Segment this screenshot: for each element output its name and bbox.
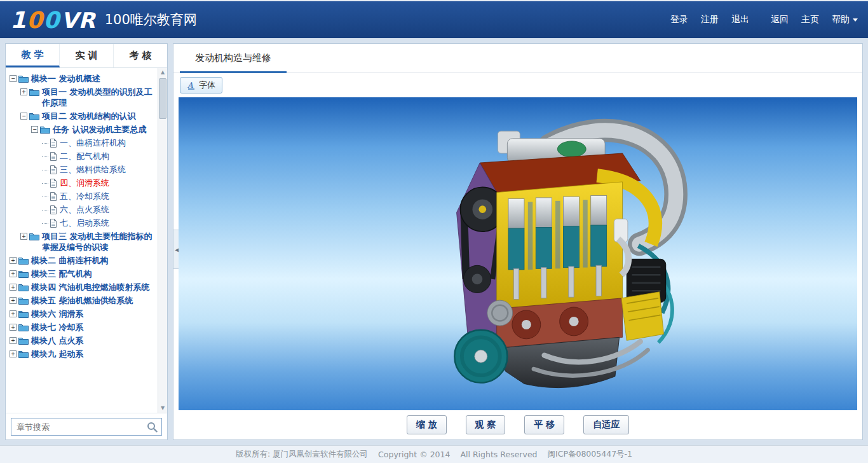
- back-link[interactable]: 返回: [771, 14, 789, 25]
- plus-toggle[interactable]: +: [10, 257, 17, 264]
- course-tree-wrap: −模块一 发动机概述+项目一 发动机类型的识别及工作原理−项目二 发动机结构的认…: [6, 68, 167, 413]
- tree-item-label[interactable]: 二、配气机构: [60, 151, 154, 162]
- chapter-search-row: [6, 413, 167, 439]
- logout-link[interactable]: 退出: [731, 14, 749, 25]
- tree-item[interactable]: 六、点火系统: [8, 203, 154, 216]
- tree-item[interactable]: 七、启动系统: [8, 216, 154, 230]
- chapter-search-input[interactable]: [11, 418, 162, 436]
- tree-item-label[interactable]: 七、启动系统: [60, 218, 154, 228]
- tree-item-label[interactable]: 六、点火系统: [60, 204, 154, 215]
- zoom-button[interactable]: 缩 放: [407, 415, 447, 434]
- main-title-bar: 发动机构造与维修: [173, 44, 862, 73]
- tree-item-label[interactable]: 项目二 发动机结构的认识: [42, 111, 154, 121]
- folder-icon: [29, 88, 39, 96]
- tab-assess[interactable]: 考 核: [114, 44, 167, 67]
- tree-item[interactable]: 二、配气机构: [8, 149, 154, 163]
- tree-item[interactable]: +模块五 柴油机燃油供给系统: [8, 294, 154, 307]
- tree-item[interactable]: +项目三 发动机主要性能指标的掌握及编号的识读: [8, 230, 154, 254]
- tree-item[interactable]: 五、冷却系统: [8, 190, 154, 203]
- logo-part: 0: [27, 7, 43, 33]
- observe-button[interactable]: 观 察: [466, 415, 506, 434]
- engine-3d-viewport[interactable]: [179, 97, 857, 410]
- tree-item[interactable]: +模块八 点火系: [8, 334, 154, 347]
- doc-icon: [50, 165, 57, 174]
- tab-teaching[interactable]: 教 学: [6, 44, 60, 67]
- tree-item-label[interactable]: 三、燃料供给系统: [60, 164, 154, 175]
- login-link[interactable]: 登录: [670, 14, 688, 25]
- logo-part: 1: [10, 7, 27, 33]
- scrollbar-up-button[interactable]: ▲: [158, 68, 167, 77]
- home-link[interactable]: 主页: [801, 14, 819, 25]
- doc-icon: [50, 139, 57, 148]
- tree-scrollbar[interactable]: ▲ ▼: [158, 68, 167, 413]
- tree-item-label[interactable]: 四、润滑系统: [60, 177, 154, 188]
- header-links: 登录 注册 退出 返回 主页 帮助: [658, 14, 858, 25]
- folder-icon: [29, 232, 39, 240]
- tab-practice[interactable]: 实 训: [60, 44, 114, 67]
- tree-item[interactable]: 一、曲柄连杆机构: [8, 136, 154, 149]
- tree-item-label[interactable]: 模块九 起动系: [31, 349, 154, 359]
- folder-icon: [29, 112, 39, 120]
- tree-item[interactable]: 四、润滑系统: [8, 176, 154, 190]
- scrollbar-thumb[interactable]: [159, 78, 166, 119]
- course-tree: −模块一 发动机概述+项目一 发动机类型的识别及工作原理−项目二 发动机结构的认…: [8, 72, 154, 361]
- plus-toggle[interactable]: +: [10, 350, 17, 357]
- folder-icon: [18, 283, 29, 291]
- plus-toggle[interactable]: +: [20, 88, 27, 95]
- tree-item-label[interactable]: 一、曲柄连杆机构: [60, 137, 154, 148]
- plus-toggle[interactable]: +: [10, 284, 17, 291]
- fit-button[interactable]: 自适应: [583, 415, 629, 434]
- search-icon[interactable]: [147, 422, 158, 432]
- tree-item-label[interactable]: 模块三 配气机构: [31, 268, 154, 279]
- tree-item[interactable]: +模块六 润滑系: [8, 307, 154, 321]
- register-link[interactable]: 注册: [701, 14, 719, 25]
- doc-icon: [50, 179, 57, 188]
- tree-item[interactable]: +模块七 冷却系: [8, 321, 154, 334]
- pan-button[interactable]: 平 移: [524, 415, 564, 434]
- site-logo[interactable]: 1 0 0 VR: [10, 7, 96, 33]
- tree-item[interactable]: 三、燃料供给系统: [8, 163, 154, 176]
- tree-item-label[interactable]: 模块七 冷却系: [31, 322, 154, 333]
- font-button[interactable]: A 字体: [180, 77, 222, 93]
- tree-item[interactable]: −任务 认识发动机主要总成: [8, 123, 154, 136]
- minus-toggle[interactable]: −: [31, 126, 38, 133]
- content-layout: 教 学 实 训 考 核 −模块一 发动机概述+项目一 发动机类型的识别及工作原理…: [0, 38, 868, 445]
- tree-item-label[interactable]: 模块六 润滑系: [31, 308, 154, 319]
- logo-part: VR: [61, 8, 96, 33]
- tree-connector: [42, 183, 48, 184]
- folder-icon: [18, 350, 29, 358]
- course-sidebar: 教 学 实 训 考 核 −模块一 发动机概述+项目一 发动机类型的识别及工作原理…: [5, 43, 168, 440]
- plus-toggle[interactable]: +: [10, 310, 17, 317]
- tree-item[interactable]: −模块一 发动机概述: [8, 72, 154, 85]
- tree-item-label[interactable]: 模块八 点火系: [31, 335, 154, 346]
- help-link[interactable]: 帮助: [832, 14, 858, 25]
- logo-part: 0: [43, 7, 60, 33]
- tree-item-label[interactable]: 任务 认识发动机主要总成: [53, 124, 154, 135]
- tree-item-label[interactable]: 模块五 柴油机燃油供给系统: [31, 295, 154, 306]
- plus-toggle[interactable]: +: [10, 270, 17, 277]
- tree-item-label[interactable]: 项目三 发动机主要性能指标的掌握及编号的识读: [42, 231, 154, 252]
- tree-item[interactable]: +模块四 汽油机电控燃油喷射系统: [8, 280, 154, 294]
- icp-number: 闽ICP备08005447号-1: [548, 449, 633, 460]
- tree-item[interactable]: +模块九 起动系: [8, 347, 154, 361]
- plus-toggle[interactable]: +: [10, 337, 17, 344]
- copyright-owner: 版权所有: 厦门凤凰创壹软件有限公司: [236, 449, 368, 460]
- tree-item-label[interactable]: 五、冷却系统: [60, 191, 154, 202]
- plus-toggle[interactable]: +: [10, 297, 17, 304]
- minus-toggle[interactable]: −: [10, 75, 17, 82]
- tree-item-label[interactable]: 项目一 发动机类型的识别及工作原理: [42, 86, 154, 108]
- tree-item-label[interactable]: 模块一 发动机概述: [31, 73, 154, 84]
- scrollbar-down-button[interactable]: ▼: [158, 404, 167, 413]
- course-title-tab[interactable]: 发动机构造与维修: [180, 44, 287, 73]
- tree-item[interactable]: −项目二 发动机结构的认识: [8, 109, 154, 123]
- plus-toggle[interactable]: +: [10, 324, 17, 331]
- tree-item-label[interactable]: 模块二 曲柄连杆机构: [31, 255, 154, 266]
- tree-item[interactable]: +模块二 曲柄连杆机构: [8, 254, 154, 267]
- tree-item[interactable]: +模块三 配气机构: [8, 267, 154, 280]
- tree-item[interactable]: +项目一 发动机类型的识别及工作原理: [8, 85, 154, 109]
- viewer-controls: 缩 放 观 察 平 移 自适应: [173, 410, 862, 439]
- plus-toggle[interactable]: +: [20, 233, 27, 240]
- doc-icon: [50, 205, 57, 214]
- tree-item-label[interactable]: 模块四 汽油机电控燃油喷射系统: [31, 282, 154, 293]
- minus-toggle[interactable]: −: [20, 113, 27, 120]
